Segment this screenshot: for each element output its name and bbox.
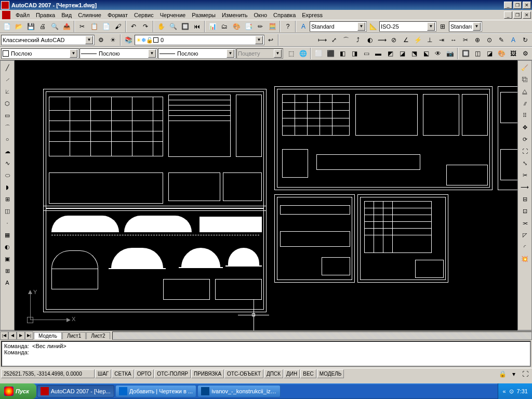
- doc-close-button[interactable]: ✕: [523, 11, 531, 19]
- vs-manage-button[interactable]: ⚙: [520, 48, 531, 59]
- dim-aligned-button[interactable]: ⤢: [328, 34, 340, 46]
- vs-3d-button[interactable]: ◫: [472, 48, 483, 59]
- insert-button[interactable]: ⊞: [2, 193, 13, 205]
- preview-button[interactable]: 🔍: [49, 21, 60, 32]
- maximize-button[interactable]: ❐: [513, 2, 522, 9]
- model-toggle[interactable]: МОДЕЛЬ: [317, 369, 344, 378]
- drawing-canvas[interactable]: Y X: [15, 60, 517, 330]
- dim-edit-button[interactable]: ✎: [496, 34, 507, 46]
- copy-button[interactable]: 📋: [88, 21, 100, 32]
- lineweight-combo[interactable]: Послою▼: [158, 48, 236, 59]
- menu-merge[interactable]: Слияние: [75, 11, 104, 19]
- dim-space-button[interactable]: ↔: [448, 34, 459, 46]
- dropdown-icon[interactable]: ▼: [357, 22, 365, 31]
- table-button[interactable]: ⊞: [2, 265, 13, 276]
- break-pt-button[interactable]: ⊟: [519, 193, 530, 205]
- table-style-combo[interactable]: Standard▼: [449, 21, 482, 32]
- ws-save-button[interactable]: ☀: [107, 34, 118, 46]
- start-button[interactable]: Пуск: [0, 383, 36, 399]
- otrack-toggle[interactable]: ОТС-ОБЪЕКТ: [224, 369, 263, 378]
- region-button[interactable]: ▣: [2, 253, 13, 264]
- dim-ordinate-button[interactable]: ⤴: [352, 34, 364, 46]
- chamfer-button[interactable]: ◸: [519, 229, 530, 241]
- menu-express[interactable]: Express: [299, 11, 326, 19]
- command-window[interactable]: Команда: <Вес линий> Команда:: [1, 341, 531, 367]
- ucs-world-button[interactable]: 🌐: [297, 48, 309, 59]
- tray-icon[interactable]: ▾: [508, 368, 520, 380]
- tolerance-button[interactable]: ⊕: [472, 34, 483, 46]
- dim-update-button[interactable]: ↻: [520, 34, 531, 46]
- arc-button[interactable]: ⌒: [2, 122, 13, 133]
- dropdown-icon[interactable]: ▼: [473, 22, 481, 31]
- tool-palette-button[interactable]: 🎨: [231, 21, 242, 32]
- dim-angular-button[interactable]: ∠: [400, 34, 411, 46]
- pline-button[interactable]: ⟀: [2, 86, 13, 97]
- array-button[interactable]: ⠿: [519, 110, 530, 121]
- stretch-button[interactable]: ⤡: [519, 157, 530, 169]
- line-button[interactable]: ╱: [2, 62, 13, 73]
- text-style-button[interactable]: A: [298, 21, 309, 32]
- properties-button[interactable]: 📊: [207, 21, 218, 32]
- tab-last-button[interactable]: ▶|: [25, 331, 33, 340]
- publish-button[interactable]: 📤: [61, 21, 72, 32]
- circle-button[interactable]: ○: [2, 134, 13, 145]
- view-top-button[interactable]: ⬜: [313, 48, 324, 59]
- view-back-button[interactable]: ▬: [373, 48, 384, 59]
- ssm-button[interactable]: 📑: [243, 21, 254, 32]
- vs-conceptual-button[interactable]: 🖼: [508, 48, 519, 59]
- taskbar-item-autocad[interactable]: AutoCAD 2007 - [Чер...: [37, 385, 114, 397]
- menu-help[interactable]: Справка: [270, 11, 299, 19]
- menu-modify[interactable]: Изменить: [219, 11, 251, 19]
- view-se-button[interactable]: ◪: [396, 48, 408, 59]
- rotate-button[interactable]: ⟳: [519, 134, 530, 145]
- ucs-button[interactable]: ⬚: [285, 48, 297, 59]
- lwt-toggle[interactable]: ВЕС: [300, 369, 316, 378]
- explode-button[interactable]: 💥: [519, 253, 530, 264]
- calc-button[interactable]: 🧮: [267, 21, 278, 32]
- minimize-button[interactable]: _: [504, 2, 512, 9]
- dyn-toggle[interactable]: ДИН: [284, 369, 300, 378]
- dropdown-icon[interactable]: ▼: [227, 49, 234, 58]
- dim-radius-button[interactable]: ◐: [364, 34, 376, 46]
- menu-view[interactable]: Вид: [58, 11, 75, 19]
- tab-first-button[interactable]: |◀: [0, 331, 8, 340]
- dropdown-icon[interactable]: ▼: [427, 22, 435, 31]
- point-button[interactable]: ·: [2, 217, 13, 229]
- view-bottom-button[interactable]: ⬛: [325, 48, 336, 59]
- dim-style-button[interactable]: 📐: [367, 21, 379, 32]
- coords-display[interactable]: 252621.7535, -3314.4998, 0.0000: [1, 369, 95, 378]
- clock[interactable]: 7:31: [517, 388, 528, 394]
- layer-combo[interactable]: ☀❄🔓 0▼: [135, 35, 264, 45]
- camera-button[interactable]: 📷: [444, 48, 456, 59]
- osnap-toggle[interactable]: ПРИВЯЗКА: [191, 369, 224, 378]
- taskbar-item-doc[interactable]: ivanov_-_konstrukcii_iz_...: [197, 385, 281, 397]
- tray-expand-icon[interactable]: «: [502, 388, 506, 394]
- view-front-button[interactable]: ▭: [361, 48, 372, 59]
- menu-format[interactable]: Формат: [104, 11, 131, 19]
- menu-edit[interactable]: Правка: [33, 11, 58, 19]
- zoom-prev-button[interactable]: ⏮: [191, 21, 203, 32]
- dim-diameter-button[interactable]: ⊘: [388, 34, 400, 46]
- open-button[interactable]: 📂: [13, 21, 24, 32]
- workspace-combo[interactable]: Классический AutoCAD▼: [1, 35, 95, 45]
- text-style-combo[interactable]: Standard▼: [310, 21, 367, 32]
- save-button[interactable]: 💾: [25, 21, 36, 32]
- color-combo[interactable]: Послою▼: [1, 48, 79, 59]
- undo-button[interactable]: ↶: [128, 21, 139, 32]
- match-button[interactable]: 🖌: [112, 21, 124, 32]
- layer-mgr-button[interactable]: 📚: [123, 34, 134, 46]
- clean-screen-button[interactable]: ⛶: [520, 368, 531, 380]
- table-style-button[interactable]: ⊞: [437, 21, 448, 32]
- grid-toggle[interactable]: СЕТКА: [112, 369, 134, 378]
- redo-button[interactable]: ↷: [140, 21, 151, 32]
- view-nw-button[interactable]: ⬕: [420, 48, 432, 59]
- break-button[interactable]: ⊡: [519, 205, 530, 217]
- ellipse-button[interactable]: ⬭: [2, 169, 13, 181]
- dropdown-icon[interactable]: ▼: [70, 49, 77, 58]
- center-mark-button[interactable]: ⊙: [484, 34, 495, 46]
- dim-baseline-button[interactable]: ⊥: [424, 34, 435, 46]
- vs-2d-button[interactable]: 🔲: [460, 48, 471, 59]
- copy-obj-button[interactable]: ⿻: [519, 74, 530, 85]
- polygon-button[interactable]: ⬡: [2, 98, 13, 109]
- system-tray[interactable]: « ⊙ 7:31: [498, 383, 532, 399]
